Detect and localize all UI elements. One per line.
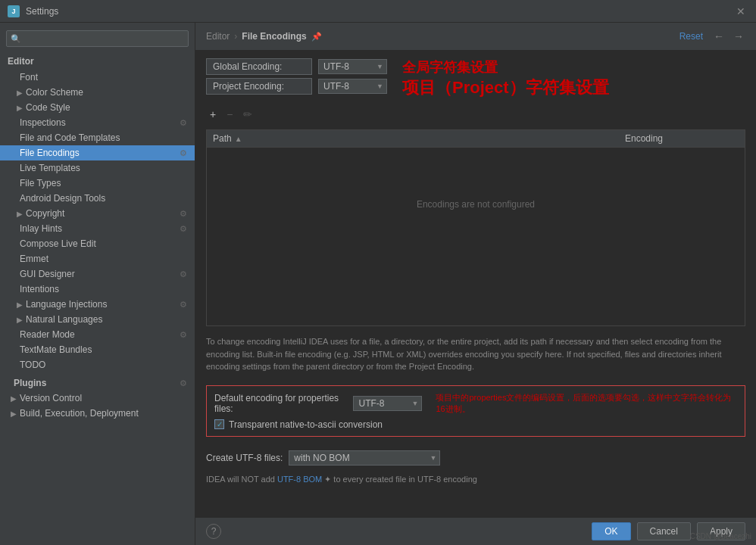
search-icon: 🔍: [11, 34, 21, 44]
app-icon: J: [8, 5, 20, 17]
path-header-label: Path: [213, 133, 232, 144]
panel-body: Global Encoding: UTF-8 UTF-16 ISO-8859-1…: [195, 51, 756, 517]
sidebar-item-reader-mode[interactable]: Reader Mode ⚙: [0, 327, 195, 342]
main-content: 🔍 Editor Font ▶ Color Scheme ▶ Code Styl…: [0, 23, 756, 545]
expand-arrow-li: ▶: [17, 301, 23, 309]
create-utf8-select[interactable]: with NO BOM with BOM: [289, 450, 440, 466]
search-input[interactable]: [6, 30, 189, 47]
encoding-header-section: Global Encoding: UTF-8 UTF-16 ISO-8859-1…: [206, 58, 745, 99]
reset-button[interactable]: Reset: [676, 30, 706, 43]
sidebar-item-language-injections[interactable]: ▶ Language Injections ⚙: [0, 297, 195, 312]
breadcrumb-parent: Editor: [206, 31, 230, 42]
sidebar-item-intentions[interactable]: Intentions: [0, 282, 195, 297]
add-path-button[interactable]: +: [206, 107, 220, 122]
sidebar-section-editor: Editor: [0, 53, 195, 70]
ext-icon-ih: ⚙: [180, 224, 187, 234]
sidebar-item-gui-label: GUI Designer: [20, 269, 75, 279]
pin-icon[interactable]: 📌: [311, 32, 322, 42]
sidebar-item-file-types[interactable]: File Types: [0, 176, 195, 191]
breadcrumb: Editor › File Encodings 📌: [206, 31, 322, 42]
ok-button[interactable]: OK: [592, 522, 630, 540]
sidebar-item-build[interactable]: ▶ Build, Execution, Deployment: [0, 406, 195, 421]
utf8-bom-link[interactable]: UTF-8 BOM: [277, 475, 322, 484]
path-column-header[interactable]: Path ▲: [213, 133, 625, 144]
expand-arrow-copyright: ▶: [17, 210, 23, 218]
project-encoding-select[interactable]: UTF-8 UTF-16 ISO-8859-1 GBK: [318, 79, 387, 94]
global-encoding-select-wrapper: UTF-8 UTF-16 ISO-8859-1 GBK: [318, 59, 387, 74]
sidebar-item-natural-languages[interactable]: ▶ Natural Languages: [0, 312, 195, 327]
watermark: CSDN @peacezhi: [690, 532, 751, 540]
sidebar-plugins-label: Plugins: [14, 378, 46, 388]
sidebar-item-inspections[interactable]: Inspections ⚙: [0, 115, 195, 130]
expand-arrow-code-style: ▶: [17, 104, 23, 112]
edit-path-button[interactable]: ✏: [239, 107, 256, 122]
global-encoding-row: Global Encoding: UTF-8 UTF-16 ISO-8859-1…: [206, 58, 387, 75]
help-button[interactable]: ?: [206, 524, 221, 539]
sidebar-item-gui-designer[interactable]: GUI Designer ⚙: [0, 266, 195, 282]
transparent-conversion-checkbox[interactable]: [214, 419, 224, 429]
back-button[interactable]: ←: [712, 29, 726, 44]
props-encoding-row: Default encoding for properties files: U…: [214, 392, 737, 415]
global-encoding-label: Global Encoding:: [206, 58, 312, 75]
global-encoding-select[interactable]: UTF-8 UTF-16 ISO-8859-1 GBK: [318, 59, 387, 74]
sidebar-item-live-templates[interactable]: Live Templates: [0, 160, 195, 176]
title-bar: J Settings ✕: [0, 0, 756, 23]
sidebar-item-rm-label: Reader Mode: [20, 329, 75, 340]
close-button[interactable]: ✕: [733, 5, 748, 17]
sidebar-item-adt-label: Android Design Tools: [20, 193, 105, 204]
sidebar-item-intentions-label: Intentions: [20, 284, 59, 294]
sidebar-item-li-label: Language Injections: [26, 299, 107, 310]
props-encoding-label: Default encoding for properties files:: [214, 393, 347, 414]
properties-encoding-section: Default encoding for properties files: U…: [206, 385, 745, 437]
transparent-conversion-row: Transparent native-to-ascii conversion: [214, 419, 737, 430]
sidebar-item-textmate[interactable]: TextMate Bundles: [0, 342, 195, 357]
sidebar-item-file-and-code-templates[interactable]: File and Code Templates: [0, 130, 195, 145]
sidebar-item-nl-label: Natural Languages: [26, 314, 102, 325]
encoding-controls: Global Encoding: UTF-8 UTF-16 ISO-8859-1…: [206, 58, 387, 98]
sidebar: 🔍 Editor Font ▶ Color Scheme ▶ Code Styl…: [0, 23, 195, 545]
breadcrumb-current: File Encodings: [242, 31, 306, 42]
bottom-bar-left: ?: [206, 524, 221, 539]
transparent-conversion-label: Transparent native-to-ascii conversion: [229, 419, 383, 430]
sidebar-item-file-encodings[interactable]: File Encodings ⚙: [0, 145, 195, 160]
create-utf8-select-wrapper: with NO BOM with BOM: [289, 450, 440, 466]
create-utf8-label: Create UTF-8 files:: [206, 453, 283, 463]
sidebar-item-android-design-tools[interactable]: Android Design Tools: [0, 191, 195, 206]
bottom-bar: ? OK Cancel Apply: [195, 517, 756, 545]
breadcrumb-separator: ›: [234, 31, 237, 42]
ext-icon-copyright: ⚙: [180, 209, 187, 219]
sidebar-item-build-label: Build, Execution, Deployment: [20, 408, 139, 419]
window-title: Settings: [26, 6, 733, 17]
sidebar-item-ih-label: Inlay Hints: [20, 223, 62, 234]
ext-icon-fe: ⚙: [180, 148, 187, 158]
cancel-button[interactable]: Cancel: [637, 522, 691, 540]
expand-arrow-build: ▶: [11, 410, 17, 418]
sidebar-item-vc-label: Version Control: [20, 393, 82, 403]
sidebar-item-color-scheme-label: Color Scheme: [26, 87, 83, 98]
panel-header: Editor › File Encodings 📌 Reset ← →: [195, 23, 756, 51]
sidebar-section-plugins[interactable]: Plugins ⚙: [0, 375, 195, 391]
props-encoding-select[interactable]: UTF-8 UTF-16 ISO-8859-1 GBK: [353, 396, 422, 411]
encoding-annotations: 全局字符集设置 项目（Project）字符集设置: [402, 58, 609, 99]
props-encoding-select-wrapper: UTF-8 UTF-16 ISO-8859-1 GBK: [353, 396, 422, 411]
panel-header-actions: Reset ← →: [676, 29, 745, 44]
sidebar-item-copyright[interactable]: ▶ Copyright ⚙: [0, 206, 195, 221]
sidebar-item-ft-label: File Types: [20, 178, 61, 188]
sidebar-item-compose-live-edit[interactable]: Compose Live Edit: [0, 236, 195, 251]
expand-arrow-nl: ▶: [17, 316, 23, 324]
sidebar-item-font[interactable]: Font: [0, 70, 195, 85]
sidebar-item-emmet[interactable]: Emmet: [0, 251, 195, 266]
encoding-info-text: To change encoding IntelliJ IDEA uses fo…: [206, 335, 745, 373]
sidebar-item-color-scheme[interactable]: ▶ Color Scheme: [0, 85, 195, 100]
expand-arrow-color-scheme: ▶: [17, 89, 23, 97]
sidebar-item-inlay-hints[interactable]: Inlay Hints ⚙: [0, 221, 195, 236]
sidebar-item-code-style[interactable]: ▶ Code Style: [0, 100, 195, 115]
project-encoding-select-wrapper: UTF-8 UTF-16 ISO-8859-1 GBK: [318, 79, 387, 94]
encoding-column-header[interactable]: Encoding: [625, 133, 739, 144]
forward-button[interactable]: →: [732, 29, 745, 44]
sidebar-item-fct-label: File and Code Templates: [20, 132, 120, 143]
ext-icon-rm: ⚙: [180, 330, 187, 340]
remove-path-button[interactable]: −: [223, 107, 236, 122]
sidebar-item-version-control[interactable]: ▶ Version Control: [0, 391, 195, 406]
sidebar-item-todo[interactable]: TODO: [0, 357, 195, 372]
